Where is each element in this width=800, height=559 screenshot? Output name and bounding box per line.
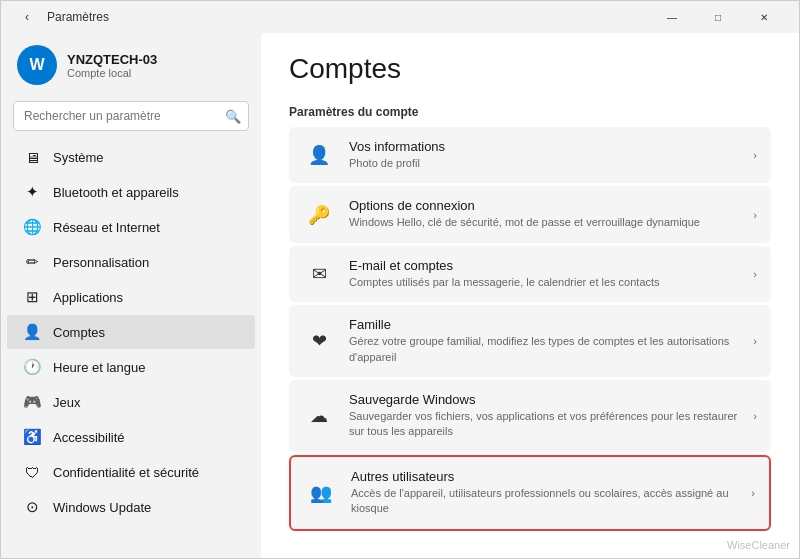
sidebar-item-comptes[interactable]: 👤Comptes — [7, 315, 255, 349]
main-content: W YNZQTECH-03 Compte local 🔍 🖥Système✦Bl… — [1, 33, 799, 558]
search-icon: 🔍 — [225, 109, 241, 124]
nav-list: 🖥Système✦Bluetooth et appareils🌐Réseau e… — [1, 139, 261, 525]
autres-utilisateurs-desc: Accès de l'appareil, utilisateurs profes… — [351, 486, 737, 517]
search-input[interactable] — [13, 101, 249, 131]
vos-infos-icon: 👤 — [303, 139, 335, 171]
sidebar-item-applications[interactable]: ⊞Applications — [7, 280, 255, 314]
windowsupdate-icon: ⊙ — [23, 498, 41, 516]
sidebar-item-systeme[interactable]: 🖥Système — [7, 140, 255, 174]
applications-icon: ⊞ — [23, 288, 41, 306]
settings-list: 👤Vos informationsPhoto de profil›🔑Option… — [289, 127, 771, 531]
famille-icon: ❤ — [303, 325, 335, 357]
sidebar-item-confidentialite[interactable]: 🛡Confidentialité et sécurité — [7, 455, 255, 489]
perso-icon: ✏ — [23, 253, 41, 271]
close-button[interactable]: ✕ — [741, 1, 787, 33]
settings-item-email-comptes[interactable]: ✉E-mail et comptesComptes utilisés par l… — [289, 246, 771, 302]
autres-utilisateurs-icon: 👥 — [305, 477, 337, 509]
window: ‹ Paramètres — □ ✕ W YNZQTECH-03 Compte … — [0, 0, 800, 559]
vos-infos-desc: Photo de profil — [349, 156, 739, 171]
famille-chevron: › — [753, 335, 757, 347]
jeux-icon: 🎮 — [23, 393, 41, 411]
sidebar-item-bluetooth[interactable]: ✦Bluetooth et appareils — [7, 175, 255, 209]
sauvegarde-chevron: › — [753, 410, 757, 422]
email-comptes-icon: ✉ — [303, 258, 335, 290]
minimize-button[interactable]: — — [649, 1, 695, 33]
window-controls: — □ ✕ — [649, 1, 787, 33]
watermark: WiseCleaner — [727, 539, 790, 551]
settings-item-vos-infos[interactable]: 👤Vos informationsPhoto de profil› — [289, 127, 771, 183]
autres-utilisateurs-title: Autres utilisateurs — [351, 469, 737, 484]
sidebar-label-reseau: Réseau et Internet — [53, 220, 160, 235]
sidebar-item-reseau[interactable]: 🌐Réseau et Internet — [7, 210, 255, 244]
comptes-icon: 👤 — [23, 323, 41, 341]
sidebar-item-perso[interactable]: ✏Personnalisation — [7, 245, 255, 279]
sidebar-label-accessibilite: Accessibilité — [53, 430, 125, 445]
famille-desc: Gérez votre groupe familial, modifiez le… — [349, 334, 739, 365]
bluetooth-icon: ✦ — [23, 183, 41, 201]
sidebar-item-heure[interactable]: 🕐Heure et langue — [7, 350, 255, 384]
famille-title: Famille — [349, 317, 739, 332]
sidebar-label-systeme: Système — [53, 150, 104, 165]
sidebar-label-confidentialite: Confidentialité et sécurité — [53, 465, 199, 480]
sidebar-item-windowsupdate[interactable]: ⊙Windows Update — [7, 490, 255, 524]
back-button[interactable]: ‹ — [13, 3, 41, 31]
sidebar-item-accessibilite[interactable]: ♿Accessibilité — [7, 420, 255, 454]
search-box: 🔍 — [13, 101, 249, 131]
sauvegarde-title: Sauvegarde Windows — [349, 392, 739, 407]
sidebar-label-perso: Personnalisation — [53, 255, 149, 270]
email-comptes-title: E-mail et comptes — [349, 258, 739, 273]
settings-item-famille[interactable]: ❤FamilleGérez votre groupe familial, mod… — [289, 305, 771, 377]
sidebar-label-applications: Applications — [53, 290, 123, 305]
options-connexion-desc: Windows Hello, clé de sécurité, mot de p… — [349, 215, 739, 230]
right-panel: Comptes Paramètres du compte 👤Vos inform… — [261, 33, 799, 558]
accessibilite-icon: ♿ — [23, 428, 41, 446]
user-profile[interactable]: W YNZQTECH-03 Compte local — [1, 33, 261, 97]
user-name: YNZQTECH-03 — [67, 52, 157, 67]
options-connexion-title: Options de connexion — [349, 198, 739, 213]
autres-utilisateurs-chevron: › — [751, 487, 755, 499]
sidebar-label-comptes: Comptes — [53, 325, 105, 340]
sidebar-label-jeux: Jeux — [53, 395, 80, 410]
window-title: Paramètres — [47, 10, 649, 24]
email-comptes-chevron: › — [753, 268, 757, 280]
avatar: W — [17, 45, 57, 85]
sidebar-item-jeux[interactable]: 🎮Jeux — [7, 385, 255, 419]
sidebar-label-heure: Heure et langue — [53, 360, 146, 375]
sidebar: W YNZQTECH-03 Compte local 🔍 🖥Système✦Bl… — [1, 33, 261, 558]
settings-item-autres-utilisateurs[interactable]: 👥Autres utilisateursAccès de l'appareil,… — [289, 455, 771, 531]
options-connexion-icon: 🔑 — [303, 199, 335, 231]
confidentialite-icon: 🛡 — [23, 463, 41, 481]
vos-infos-title: Vos informations — [349, 139, 739, 154]
user-info: YNZQTECH-03 Compte local — [67, 52, 157, 79]
section-label: Paramètres du compte — [289, 105, 771, 119]
email-comptes-desc: Comptes utilisés par la messagerie, le c… — [349, 275, 739, 290]
heure-icon: 🕐 — [23, 358, 41, 376]
sidebar-label-bluetooth: Bluetooth et appareils — [53, 185, 179, 200]
systeme-icon: 🖥 — [23, 148, 41, 166]
reseau-icon: 🌐 — [23, 218, 41, 236]
options-connexion-chevron: › — [753, 209, 757, 221]
vos-infos-chevron: › — [753, 149, 757, 161]
panel-title: Comptes — [289, 53, 771, 85]
settings-item-options-connexion[interactable]: 🔑Options de connexionWindows Hello, clé … — [289, 186, 771, 242]
user-type: Compte local — [67, 67, 157, 79]
sauvegarde-icon: ☁ — [303, 400, 335, 432]
titlebar: ‹ Paramètres — □ ✕ — [1, 1, 799, 33]
sauvegarde-desc: Sauvegarder vos fichiers, vos applicatio… — [349, 409, 739, 440]
sidebar-label-windowsupdate: Windows Update — [53, 500, 151, 515]
settings-item-sauvegarde[interactable]: ☁Sauvegarde WindowsSauvegarder vos fichi… — [289, 380, 771, 452]
maximize-button[interactable]: □ — [695, 1, 741, 33]
